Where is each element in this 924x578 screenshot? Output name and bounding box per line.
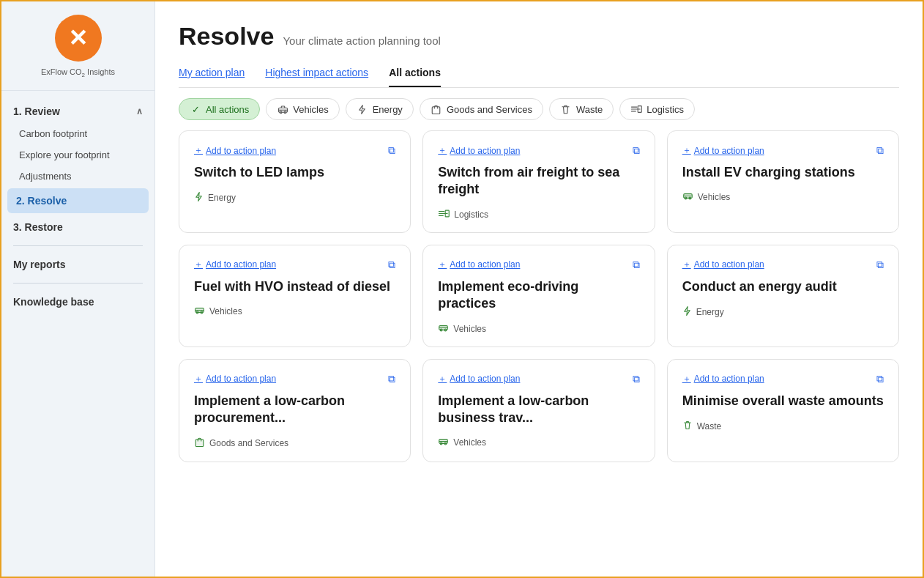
card-top: ＋ Add to action plan ⧉ [194,144,395,157]
card-title: Switch from air freight to sea freight [438,164,639,199]
add-to-plan-button[interactable]: ＋ Add to action plan [438,373,520,385]
vehicles-icon [277,103,288,115]
add-to-plan-button[interactable]: ＋ Add to action plan [194,144,276,157]
card-title: Implement a low-carbon business trav... [438,393,639,427]
card-tag: Vehicles [438,437,639,448]
page-subtitle: Your climate action planning tool [283,34,440,47]
card-hvo-fuel: ＋ Add to action plan ⧉ Fuel with HVO ins… [179,245,411,347]
card-top: ＋ Add to action plan ⧉ [438,144,639,157]
goods-tag-icon [194,437,205,450]
external-link-icon[interactable]: ⧉ [633,373,640,385]
card-tag: Vehicles [682,191,884,203]
logo-label: ExFlow CO2 Insights [41,67,115,78]
card-led-lamps: ＋ Add to action plan ⧉ Switch to LED lam… [179,130,411,233]
filter-vehicles[interactable]: Vehicles [266,98,339,120]
sidebar: ✕ ExFlow CO2 Insights 1. Review ∧ Carbon… [1,1,155,577]
external-link-icon[interactable]: ⧉ [876,373,884,385]
logistics-icon [630,103,642,115]
card-eco-driving: ＋ Add to action plan ⧉ Implement eco-dri… [422,245,655,347]
external-link-icon[interactable]: ⧉ [633,259,640,271]
main-content: Resolve Your climate action planning too… [155,1,923,577]
vehicles-tag-icon [438,323,449,335]
energy-tag-icon [682,305,692,319]
sidebar-item-carbon-footprint[interactable]: Carbon footprint [1,123,154,144]
filter-all-actions[interactable]: ✓ All actions [179,98,260,120]
card-top: ＋ Add to action plan ⧉ [682,373,884,385]
svg-rect-5 [446,210,450,217]
waste-icon [560,103,572,115]
sidebar-item-my-reports[interactable]: My reports [1,252,154,277]
filter-logistics[interactable]: Logistics [619,98,695,120]
sidebar-item-explore-footprint[interactable]: Explore your footprint [1,144,154,166]
card-top: ＋ Add to action plan ⧉ [682,259,884,271]
cards-area: ＋ Add to action plan ⧉ Switch to LED lam… [155,130,923,577]
add-to-plan-button[interactable]: ＋ Add to action plan [682,259,764,271]
goods-icon [431,103,442,115]
external-link-icon[interactable]: ⧉ [633,144,640,157]
external-link-icon[interactable]: ⧉ [388,259,395,271]
svg-rect-3 [433,106,441,114]
card-title: Implement a low-carbon procurement... [194,393,395,427]
sidebar-item-adjustments[interactable]: Adjustments [1,166,154,187]
sidebar-item-review[interactable]: 1. Review ∧ [1,100,154,123]
filter-goods-services[interactable]: Goods and Services [420,98,543,120]
card-tag: Waste [682,420,884,433]
energy-icon [357,103,368,115]
card-minimise-waste: ＋ Add to action plan ⧉ Minimise overall … [667,359,899,463]
card-ev-charging: ＋ Add to action plan ⧉ Install EV chargi… [667,130,899,233]
card-title: Fuel with HVO instead of diesel [194,278,395,295]
add-to-plan-button[interactable]: ＋ Add to action plan [438,259,520,271]
sidebar-divider [13,245,143,246]
tab-highest-impact[interactable]: Highest impact actions [265,67,368,87]
sidebar-item-resolve[interactable]: 2. Resolve [7,188,149,213]
card-top: ＋ Add to action plan ⧉ [194,373,395,385]
page-title: Resolve [179,22,274,51]
card-energy-audit: ＋ Add to action plan ⧉ Conduct an energy… [667,245,899,347]
svg-rect-15 [195,440,204,447]
card-tag: Logistics [438,209,639,221]
logistics-tag-icon [438,209,450,221]
page-title-area: Resolve Your climate action planning too… [179,22,899,51]
card-low-carbon-procurement: ＋ Add to action plan ⧉ Implement a low-c… [179,359,411,463]
tab-my-action-plan[interactable]: My action plan [179,67,245,87]
filter-waste[interactable]: Waste [549,98,614,120]
external-link-icon[interactable]: ⧉ [876,259,884,271]
card-title: Switch to LED lamps [194,164,395,181]
card-air-to-sea: ＋ Add to action plan ⧉ Switch from air f… [422,130,655,233]
add-to-plan-button[interactable]: ＋ Add to action plan [194,259,276,271]
check-icon: ✓ [190,103,201,115]
sidebar-divider-2 [13,283,143,284]
add-to-plan-button[interactable]: ＋ Add to action plan [682,144,764,157]
vehicles-tag-icon [682,191,693,203]
card-tag: Vehicles [438,323,639,335]
add-to-plan-button[interactable]: ＋ Add to action plan [438,144,520,157]
card-title: Conduct an energy audit [682,278,884,295]
logo-icon: ✕ [55,15,102,62]
add-to-plan-button[interactable]: ＋ Add to action plan [682,373,764,385]
card-title: Implement eco-driving practices [438,278,639,313]
vehicles-tag-icon [438,437,449,448]
energy-tag-icon [194,191,204,204]
sidebar-item-restore[interactable]: 3. Restore [1,215,154,240]
filter-bar: ✓ All actions Vehicles [155,88,923,130]
tab-all-actions[interactable]: All actions [389,67,441,87]
card-top: ＋ Add to action plan ⧉ [194,259,395,271]
external-link-icon[interactable]: ⧉ [388,373,395,385]
external-link-icon[interactable]: ⧉ [876,144,884,157]
card-low-carbon-travel: ＋ Add to action plan ⧉ Implement a low-c… [422,359,655,463]
logo-area: ✕ ExFlow CO2 Insights [1,1,154,91]
sidebar-item-knowledge-base[interactable]: Knowledge base [1,289,154,314]
main-header: Resolve Your climate action planning too… [155,1,923,88]
card-top: ＋ Add to action plan ⧉ [682,144,884,157]
card-tag: Energy [194,191,395,204]
filter-energy[interactable]: Energy [346,98,414,120]
chevron-up-icon: ∧ [136,106,143,116]
external-link-icon[interactable]: ⧉ [388,144,395,157]
card-title: Install EV charging stations [682,164,884,181]
card-tag: Goods and Services [194,437,395,450]
waste-tag-icon [682,420,693,433]
add-to-plan-button[interactable]: ＋ Add to action plan [194,373,276,385]
vehicles-tag-icon [194,305,205,317]
card-top: ＋ Add to action plan ⧉ [438,373,639,385]
card-title: Minimise overall waste amounts [682,393,884,410]
